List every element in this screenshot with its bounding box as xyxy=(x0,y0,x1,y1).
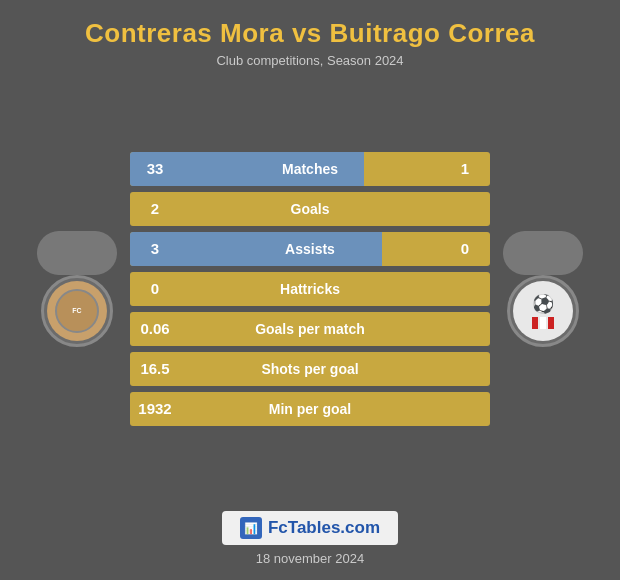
stripe-3 xyxy=(548,317,554,329)
stat-left-val-2: 3 xyxy=(130,240,180,257)
stat-left-val-5: 16.5 xyxy=(130,360,180,377)
stat-label-6: Min per goal xyxy=(180,401,440,417)
brand-icon: 📊 xyxy=(240,517,262,539)
stat-row-3: 0Hattricks xyxy=(130,272,490,306)
stat-label-2: Assists xyxy=(180,241,440,257)
oval-decoration-left xyxy=(37,231,117,275)
stripe-2 xyxy=(540,317,546,329)
soccer-ball-icon: ⚽ xyxy=(532,293,554,315)
logo-circle-right: ⚽ xyxy=(507,275,579,347)
stat-label-3: Hattricks xyxy=(180,281,440,297)
brand-label: FcTables.com xyxy=(268,518,380,538)
footer-date: 18 november 2024 xyxy=(256,551,364,580)
header: Contreras Mora vs Buitrago Correa Club c… xyxy=(0,0,620,76)
stat-label-4: Goals per match xyxy=(180,321,440,337)
brand-icon-symbol: 📊 xyxy=(244,522,258,535)
team-logo-left: FC xyxy=(32,231,122,347)
team-logo-right: ⚽ xyxy=(498,231,588,347)
stat-row-5: 16.5Shots per goal xyxy=(130,352,490,386)
brand-box: 📊 FcTables.com xyxy=(222,511,398,545)
stat-row-6: 1932Min per goal xyxy=(130,392,490,426)
stat-label-1: Goals xyxy=(180,201,440,217)
stat-left-val-1: 2 xyxy=(130,200,180,217)
stripe-1 xyxy=(532,317,538,329)
stat-label-0: Matches xyxy=(180,161,440,177)
branding-section: 📊 FcTables.com xyxy=(222,501,398,551)
logo-shape-right: ⚽ xyxy=(513,281,573,341)
stat-label-5: Shots per goal xyxy=(180,361,440,377)
stat-row-1: 2Goals xyxy=(130,192,490,226)
page-title: Contreras Mora vs Buitrago Correa xyxy=(10,18,610,49)
stat-row-0: 33Matches1 xyxy=(130,152,490,186)
stat-left-val-4: 0.06 xyxy=(130,320,180,337)
stat-left-val-0: 33 xyxy=(130,160,180,177)
inner-badge-left: FC xyxy=(55,289,99,333)
oval-decoration-right xyxy=(503,231,583,275)
logo-left-text: FC xyxy=(72,307,81,315)
stat-left-val-3: 0 xyxy=(130,280,180,297)
badge-stripes xyxy=(532,317,554,329)
header-subtitle: Club competitions, Season 2024 xyxy=(10,53,610,68)
logo-circle-left: FC xyxy=(41,275,113,347)
stat-row-2: 3Assists0 xyxy=(130,232,490,266)
stat-right-val-0: 1 xyxy=(440,160,490,177)
stat-row-4: 0.06Goals per match xyxy=(130,312,490,346)
inner-badge-right: ⚽ xyxy=(532,293,554,329)
stat-left-val-6: 1932 xyxy=(130,400,180,417)
logo-shape-left: FC xyxy=(47,281,107,341)
stat-right-val-2: 0 xyxy=(440,240,490,257)
main-content: FC 33Matches12Goals3Assists00Hattricks0.… xyxy=(0,76,620,501)
stats-container: 33Matches12Goals3Assists00Hattricks0.06G… xyxy=(130,152,490,426)
